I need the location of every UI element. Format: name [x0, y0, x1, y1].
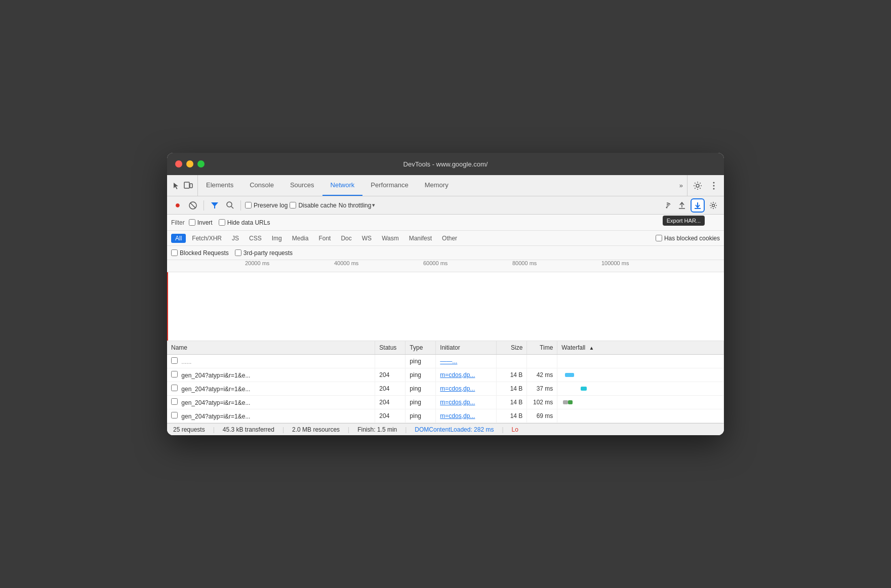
cursor-icon[interactable]: [171, 181, 181, 191]
invert-label[interactable]: Invert: [189, 219, 213, 226]
close-button[interactable]: [175, 160, 182, 167]
tab-sources[interactable]: Sources: [282, 175, 322, 196]
more-tabs-button[interactable]: »: [675, 175, 687, 196]
search-icon[interactable]: [223, 199, 236, 212]
network-settings-icon[interactable]: [707, 199, 720, 212]
network-table: Name Status Type Initiator Size Time Wat…: [167, 341, 724, 423]
tab-memory[interactable]: Memory: [417, 175, 457, 196]
cell-type: ping: [406, 368, 436, 382]
transferred-size: 45.3 kB transferred: [223, 426, 274, 433]
third-party-checkbox[interactable]: [235, 249, 241, 256]
cell-size: 14 B: [497, 368, 527, 382]
network-conditions-icon[interactable]: [660, 199, 673, 212]
device-toggle-icon[interactable]: [183, 181, 193, 191]
table-row[interactable]: ...... ping ——...: [167, 355, 724, 368]
type-filter-js[interactable]: JS: [228, 234, 243, 243]
cell-size: 14 B: [497, 396, 527, 409]
type-filter-ws[interactable]: WS: [358, 234, 376, 243]
row-checkbox[interactable]: [171, 357, 178, 364]
col-header-time[interactable]: Time: [527, 341, 557, 355]
cell-status: 204: [375, 396, 406, 409]
record-button[interactable]: ●: [171, 199, 184, 212]
type-filter-font[interactable]: Font: [314, 234, 335, 243]
has-blocked-cookies-checkbox[interactable]: [656, 235, 662, 241]
has-blocked-cookies: Has blocked cookies: [656, 235, 720, 242]
ruler-mark-60000: 60000 ms: [423, 260, 448, 266]
cell-status: 204: [375, 382, 406, 396]
requests-count: 25 requests: [173, 426, 205, 433]
table-row[interactable]: gen_204?atyp=i&r=1&e... 204 ping m=cdos,…: [167, 368, 724, 382]
preserve-log-checkbox[interactable]: [245, 202, 252, 208]
type-filter-other[interactable]: Other: [438, 234, 461, 243]
cell-initiator: m=cdos,dp...: [436, 396, 497, 409]
upload-icon[interactable]: [675, 199, 688, 212]
col-header-name[interactable]: Name: [167, 341, 375, 355]
table-row[interactable]: gen_204?atyp=i&r=1&e... 204 ping m=cdos,…: [167, 409, 724, 423]
row-checkbox[interactable]: [171, 412, 178, 418]
clear-button[interactable]: [186, 199, 199, 212]
cell-type: ping: [406, 396, 436, 409]
cell-name: gen_204?atyp=i&r=1&e...: [167, 396, 375, 409]
tab-console[interactable]: Console: [241, 175, 282, 196]
type-filter-media[interactable]: Media: [288, 234, 313, 243]
svg-line-7: [190, 203, 195, 208]
col-header-waterfall[interactable]: Waterfall ▲: [557, 341, 724, 355]
disable-cache-label[interactable]: Disable cache: [290, 202, 336, 209]
tab-network[interactable]: Network: [322, 175, 363, 196]
toolbar-divider-1: [204, 200, 204, 211]
cell-waterfall: [557, 368, 724, 382]
row-checkbox[interactable]: [171, 385, 178, 391]
col-header-status[interactable]: Status: [375, 341, 406, 355]
window-title: DevTools - www.google.com/: [403, 160, 488, 168]
hide-data-urls-label[interactable]: Hide data URLs: [219, 219, 270, 226]
svg-rect-0: [184, 182, 189, 188]
settings-icon[interactable]: [692, 180, 704, 192]
filter-checkboxes: Invert Hide data URLs: [189, 219, 270, 226]
type-filter-manifest[interactable]: Manifest: [405, 234, 436, 243]
svg-point-3: [713, 182, 715, 183]
cell-initiator: ——...: [436, 355, 497, 368]
row-checkbox[interactable]: [171, 371, 178, 377]
throttle-area: No throttling ▾: [339, 202, 376, 209]
svg-point-16: [712, 204, 715, 206]
svg-point-11: [666, 206, 668, 208]
filter-bar: Filter Invert Hide data URLs: [167, 215, 724, 231]
blocked-requests-checkbox[interactable]: [171, 249, 178, 256]
table-row[interactable]: gen_204?atyp=i&r=1&e... 204 ping m=cdos,…: [167, 396, 724, 409]
disable-cache-checkbox[interactable]: [290, 202, 296, 208]
type-filter-wasm[interactable]: Wasm: [378, 234, 403, 243]
col-header-size[interactable]: Size: [497, 341, 527, 355]
tab-elements[interactable]: Elements: [198, 175, 241, 196]
requests-table: Name Status Type Initiator Size Time Wat…: [167, 341, 724, 423]
table-row[interactable]: gen_204?atyp=i&r=1&e... 204 ping m=cdos,…: [167, 382, 724, 396]
invert-checkbox[interactable]: [189, 219, 195, 226]
cell-type: ping: [406, 409, 436, 423]
cell-initiator: m=cdos,dp...: [436, 368, 497, 382]
export-har-button[interactable]: Export HAR...: [691, 198, 705, 213]
cell-type: ping: [406, 382, 436, 396]
ruler-mark-20000: 20000 ms: [245, 260, 269, 266]
cell-time: 42 ms: [527, 368, 557, 382]
export-har-icon[interactable]: [691, 198, 705, 213]
type-filter-doc[interactable]: Doc: [337, 234, 355, 243]
filter-icon[interactable]: [208, 199, 221, 212]
type-filter-img[interactable]: Img: [268, 234, 286, 243]
hide-data-urls-checkbox[interactable]: [219, 219, 225, 226]
type-filter-fetchxhr[interactable]: Fetch/XHR: [188, 234, 226, 243]
minimize-button[interactable]: [186, 160, 193, 167]
timeline-area: 20000 ms 40000 ms 60000 ms 80000 ms 1000…: [167, 260, 724, 341]
cell-waterfall: [557, 409, 724, 423]
col-header-type[interactable]: Type: [406, 341, 436, 355]
type-filter-css[interactable]: CSS: [245, 234, 266, 243]
blocked-requests-label[interactable]: Blocked Requests: [171, 249, 229, 257]
row-checkbox[interactable]: [171, 398, 178, 405]
preserve-log-label[interactable]: Preserve log: [245, 202, 288, 209]
tab-performance[interactable]: Performance: [362, 175, 416, 196]
cell-time: [527, 355, 557, 368]
throttle-dropdown-icon[interactable]: ▾: [372, 202, 375, 208]
col-header-initiator[interactable]: Initiator: [436, 341, 497, 355]
more-options-icon[interactable]: [708, 180, 720, 192]
type-filter-all[interactable]: All: [171, 234, 186, 243]
third-party-label[interactable]: 3rd-party requests: [235, 249, 293, 257]
maximize-button[interactable]: [197, 160, 205, 167]
